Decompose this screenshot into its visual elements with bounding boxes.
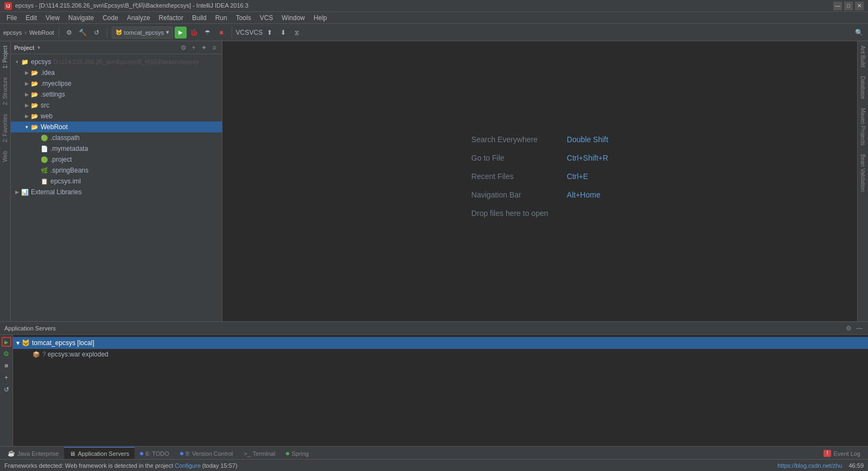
tree-item-springbeans[interactable]: ▶ 🌿 .springBeans xyxy=(11,165,222,176)
left-tab-project[interactable]: 1: Project xyxy=(1,41,9,73)
app-servers-gear[interactable]: ⚙ xyxy=(844,324,853,333)
tab-todo[interactable]: 6: TODO xyxy=(135,447,175,459)
close-button[interactable]: ✕ xyxy=(855,2,864,10)
tree-item-iml[interactable]: ▶ 📋 epcsys.iml xyxy=(11,176,222,187)
toolbar-sep-text: › xyxy=(24,29,27,36)
tree-item-external[interactable]: ▶ 📊 External Libraries xyxy=(11,187,222,198)
vcs-commit-btn[interactable]: ⬇ xyxy=(277,27,289,39)
arrow-web: ▶ xyxy=(23,112,30,120)
title-bar: IJ epcsys - [D:\114.215.206.26_svn\Epcsy… xyxy=(0,0,868,12)
tree-item-src[interactable]: ▶ 📂 src xyxy=(11,100,222,111)
tomcat-icon: 🐱 xyxy=(116,29,122,35)
server-tool-arrow[interactable]: ↺ xyxy=(2,385,11,394)
menu-file[interactable]: File xyxy=(2,13,21,23)
menu-view[interactable]: View xyxy=(41,13,64,23)
file-icon-classpath: 🟢 xyxy=(40,133,49,142)
minimize-button[interactable]: — xyxy=(833,2,842,10)
vcs-btn-2[interactable]: VCS xyxy=(250,27,262,39)
right-tab-bean[interactable]: Bean Validation xyxy=(859,150,867,196)
toolbar-build-btn[interactable]: 🔨 xyxy=(77,27,89,39)
vcs-btn-1[interactable]: VCS xyxy=(237,27,248,39)
tree-path-epcsys: D:\114.215.206.26_svn\Epcsys\B_代码\Backen… xyxy=(53,58,199,66)
left-tab-web[interactable]: Web xyxy=(1,147,9,166)
tab-java-enterprise[interactable]: ☕ Java Enterprise xyxy=(2,447,64,459)
file-icon-springbeans: 🌿 xyxy=(40,166,49,175)
server-tool-stop[interactable]: ■ xyxy=(2,361,11,371)
tab-version-control[interactable]: 9: Version Control xyxy=(175,447,238,459)
toolbar: epcsys › WebRoot ⚙ 🔨 ↺ 🐱 tomcat_epcsys ▾… xyxy=(0,24,868,41)
server-run-btn[interactable]: ▶ xyxy=(2,337,11,347)
app-servers-minimize[interactable]: — xyxy=(855,324,864,333)
menu-navigate[interactable]: Navigate xyxy=(64,13,98,23)
tree-item-settings[interactable]: ▶ 📂 .settings xyxy=(11,89,222,100)
tree-item-webroot[interactable]: ▾ 📂 WebRoot xyxy=(11,122,222,132)
tree-item-idea[interactable]: ▶ 📂 .idea xyxy=(11,67,222,78)
project-panel-dropdown[interactable]: ▾ xyxy=(37,44,40,50)
panel-icon-menu[interactable]: ≡ xyxy=(210,43,219,52)
search-everywhere-toolbar[interactable]: 🔍 xyxy=(853,27,865,39)
tree-item-classpath[interactable]: ▶ 🟢 .classpath xyxy=(11,132,222,143)
status-bar: Frameworks detected: Web framework is de… xyxy=(0,459,868,471)
tree-label-classpath: .classpath xyxy=(50,134,80,142)
hint-goto-file: Go to File Ctrl+Shift+R xyxy=(471,154,608,162)
toolbar-sync-btn[interactable]: ↺ xyxy=(91,27,103,39)
menu-vcs[interactable]: VCS xyxy=(256,13,278,23)
menu-tools[interactable]: Tools xyxy=(232,13,256,23)
run-config-selector[interactable]: 🐱 tomcat_epcsys ▾ xyxy=(112,27,173,39)
menu-edit[interactable]: Edit xyxy=(21,13,41,23)
panel-icon-settings[interactable]: ✦ xyxy=(200,43,208,52)
artifact-name: epcsys:war exploded xyxy=(48,351,108,358)
tree-item-project-file[interactable]: ▶ 🟢 .project xyxy=(11,154,222,165)
tree-item-web[interactable]: ▶ 📂 web xyxy=(11,111,222,122)
tab-spring[interactable]: Spring xyxy=(280,447,314,459)
servers-tools: ▶ ⚙ ■ + ↺ xyxy=(0,335,13,446)
menu-code[interactable]: Code xyxy=(98,13,123,23)
run-button[interactable]: ▶ xyxy=(175,27,187,39)
status-time: (today 15:57) xyxy=(202,462,238,469)
panel-icon-gear[interactable]: ⚙ xyxy=(179,43,188,52)
menu-help[interactable]: Help xyxy=(309,13,331,23)
status-configure-link[interactable]: Configure xyxy=(175,462,201,469)
menu-refactor[interactable]: Refactor xyxy=(155,13,188,23)
tab-terminal-label: Terminal xyxy=(253,450,276,457)
server-tool-green[interactable]: ⚙ xyxy=(2,349,11,359)
folder-icon-settings: 📂 xyxy=(30,90,39,99)
vcs-update-btn[interactable]: ⬆ xyxy=(264,27,276,39)
tab-app-servers-icon: 🖥 xyxy=(69,450,75,457)
server-tool-add[interactable]: + xyxy=(2,373,11,383)
main-area: 1: Project 2: Structure 2: Favorites Web… xyxy=(0,41,868,321)
run-config-arrow: ▾ xyxy=(166,29,169,36)
menu-build[interactable]: Build xyxy=(188,13,211,23)
server-item-tomcat[interactable]: ▾ 🐱 tomcat_epcsys [local] xyxy=(13,337,868,349)
tree-item-epcsys[interactable]: ▾ 📁 epcsys D:\114.215.206.26_svn\Epcsys\… xyxy=(11,56,222,67)
menu-window[interactable]: Window xyxy=(277,13,309,23)
maximize-button[interactable]: □ xyxy=(844,2,853,10)
tab-terminal[interactable]: >_ Terminal xyxy=(238,447,280,459)
folder-icon-external: 📊 xyxy=(21,188,29,196)
vcs-history-btn[interactable]: ⧖ xyxy=(291,27,303,39)
tree-item-myeclipse[interactable]: ▶ 📂 .myeclipse xyxy=(11,78,222,89)
tree-label-external: External Libraries xyxy=(31,188,81,196)
tab-event-log[interactable]: ! Event Log xyxy=(818,447,866,459)
panel-icon-plus[interactable]: + xyxy=(189,43,198,52)
arrow-settings: ▶ xyxy=(23,91,30,98)
right-tab-ant[interactable]: Ant Build xyxy=(859,41,867,72)
tab-application-servers[interactable]: 🖥 Application Servers xyxy=(64,447,135,459)
tree-item-mymetadata[interactable]: ▶ 📄 .mymetadata xyxy=(11,143,222,154)
coverage-button[interactable]: ☂ xyxy=(202,27,214,39)
left-tab-structure[interactable]: 2: Structure xyxy=(1,73,9,110)
menu-run[interactable]: Run xyxy=(211,13,232,23)
stop-button[interactable]: ■ xyxy=(215,27,227,39)
left-tab-favorites[interactable]: 2: Favorites xyxy=(1,110,9,147)
debug-button[interactable]: 🐞 xyxy=(188,27,200,39)
toolbar-settings-btn[interactable]: ⚙ xyxy=(63,27,75,39)
right-tabs: Ant Build Database Maven Projects Bean V… xyxy=(857,41,868,321)
menu-analyze[interactable]: Analyze xyxy=(123,13,155,23)
arrow-external: ▶ xyxy=(13,188,21,196)
server-artifact-war[interactable]: 📦 ? epcsys:war exploded xyxy=(13,349,868,360)
right-tab-database[interactable]: Database xyxy=(859,72,867,104)
right-tab-maven[interactable]: Maven Projects xyxy=(859,104,867,150)
arrow-epcsys: ▾ xyxy=(13,58,21,66)
folder-icon-myeclipse: 📂 xyxy=(30,79,39,88)
hint-label-search: Search Everywhere xyxy=(471,135,558,144)
